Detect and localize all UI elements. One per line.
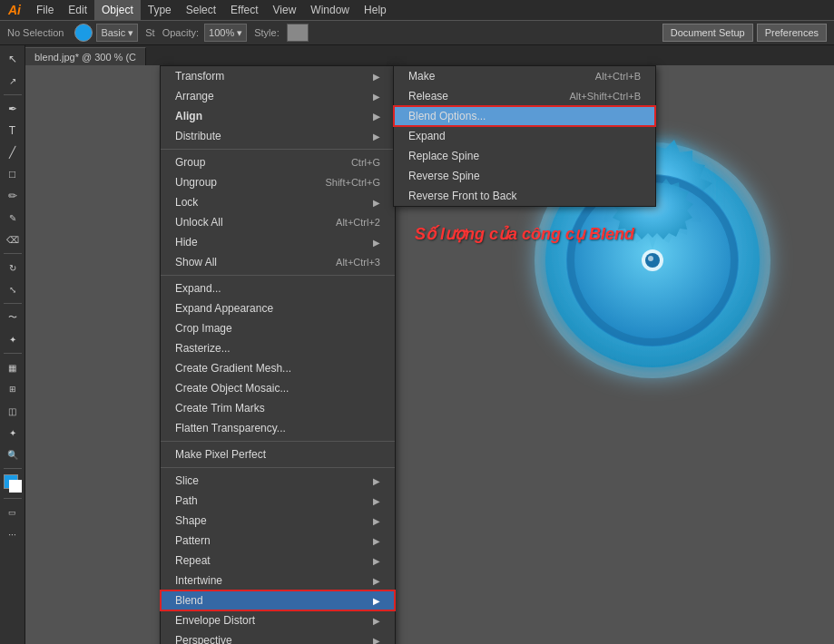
direct-selection-tool[interactable]: ↗ bbox=[3, 71, 23, 91]
canvas-tab[interactable]: blend.jpg* @ 300 % (C bbox=[25, 47, 146, 65]
gear-svg: /* teeth drawn below */ bbox=[507, 120, 798, 401]
tool-sep-2 bbox=[4, 253, 22, 254]
rotate-tool[interactable]: ↻ bbox=[3, 258, 23, 278]
no-selection-label: No Selection bbox=[7, 27, 64, 38]
scale-tool[interactable]: ⤡ bbox=[3, 279, 23, 299]
tool-sep-4 bbox=[4, 353, 22, 354]
menu-effect[interactable]: Effect bbox=[223, 0, 265, 20]
toolbar-color-swatch[interactable] bbox=[74, 24, 93, 42]
menu-help[interactable]: Help bbox=[357, 0, 394, 20]
symbol-tool[interactable]: ✦ bbox=[3, 329, 23, 349]
tab-bar: blend.jpg* @ 300 % (C bbox=[25, 45, 834, 65]
opacity-label: Opacity: bbox=[162, 27, 199, 38]
menu-select[interactable]: Select bbox=[179, 0, 223, 20]
left-toolbar: ↖ ↗ ✒ T ╱ □ ✏ ✎ ⌫ ↻ ⤡ 〜 ✦ ▦ ⊞ ◫ ✦ 🔍 ▭ ··… bbox=[0, 45, 25, 644]
pencil-tool[interactable]: ✎ bbox=[3, 208, 23, 228]
tool-sep-5 bbox=[4, 468, 22, 469]
screen-mode-btn[interactable]: ▭ bbox=[3, 503, 23, 522]
tool-sep-6 bbox=[4, 498, 22, 499]
mode-label: Basic bbox=[101, 27, 125, 38]
opacity-dropdown[interactable]: 100% ▾ bbox=[204, 24, 247, 42]
tool-sep-1 bbox=[4, 94, 22, 95]
annotation-text: Số lượng của công cụ Blend bbox=[415, 224, 634, 244]
document-setup-button[interactable]: Document Setup bbox=[662, 24, 753, 42]
ai-logo-text: Ai bbox=[8, 3, 21, 17]
eraser-tool[interactable]: ⌫ bbox=[3, 229, 23, 249]
zoom-tool[interactable]: 🔍 bbox=[3, 444, 23, 464]
color-swatch-area[interactable] bbox=[2, 473, 24, 494]
menu-object[interactable]: Object bbox=[94, 0, 141, 20]
column-graph-tool[interactable]: ▦ bbox=[3, 357, 23, 377]
mesh-tool[interactable]: ⊞ bbox=[3, 379, 23, 399]
more-tools-btn[interactable]: ··· bbox=[3, 524, 23, 544]
menu-window[interactable]: Window bbox=[303, 0, 357, 20]
menu-view[interactable]: View bbox=[266, 0, 304, 20]
menu-bar: Ai File Edit Object Type Select Effect V… bbox=[0, 0, 834, 20]
preferences-button[interactable]: Preferences bbox=[757, 24, 827, 42]
toolbar-st-label: St bbox=[145, 27, 154, 38]
style-swatch[interactable] bbox=[287, 24, 309, 42]
svg-point-8 bbox=[648, 256, 653, 261]
menu-type[interactable]: Type bbox=[141, 0, 179, 20]
toolbar: No Selection Basic ▾ St Opacity: 100% ▾ … bbox=[0, 20, 834, 45]
canvas-area: blend.jpg* @ 300 % (C bbox=[25, 45, 834, 644]
app-logo: Ai bbox=[4, 0, 25, 20]
toolbar-mode-dropdown[interactable]: Basic ▾ bbox=[96, 24, 138, 42]
paintbrush-tool[interactable]: ✏ bbox=[3, 186, 23, 206]
eyedropper-tool[interactable]: ✦ bbox=[3, 423, 23, 443]
gradient-tool[interactable]: ◫ bbox=[3, 401, 23, 421]
red-arrow-annotation: ↓ bbox=[202, 591, 213, 617]
main-area: ↖ ↗ ✒ T ╱ □ ✏ ✎ ⌫ ↻ ⤡ 〜 ✦ ▦ ⊞ ◫ ✦ 🔍 ▭ ··… bbox=[0, 45, 834, 644]
menu-file[interactable]: File bbox=[29, 0, 61, 20]
opacity-chevron: ▾ bbox=[237, 27, 242, 39]
warp-tool[interactable]: 〜 bbox=[3, 307, 23, 327]
line-tool[interactable]: ╱ bbox=[3, 142, 23, 162]
type-tool[interactable]: T bbox=[3, 121, 23, 141]
stroke-swatch[interactable] bbox=[9, 480, 22, 493]
mode-chevron: ▾ bbox=[128, 27, 133, 39]
gear-image: /* teeth drawn below */ bbox=[507, 120, 798, 401]
opacity-value: 100% bbox=[209, 27, 234, 38]
rect-tool[interactable]: □ bbox=[3, 164, 23, 184]
menu-edit[interactable]: Edit bbox=[61, 0, 94, 20]
selection-tool[interactable]: ↖ bbox=[3, 49, 23, 69]
style-label: Style: bbox=[254, 27, 280, 38]
pen-tool[interactable]: ✒ bbox=[3, 99, 23, 119]
canvas-background: /* teeth drawn below */ bbox=[25, 65, 834, 644]
tool-sep-3 bbox=[4, 303, 22, 304]
